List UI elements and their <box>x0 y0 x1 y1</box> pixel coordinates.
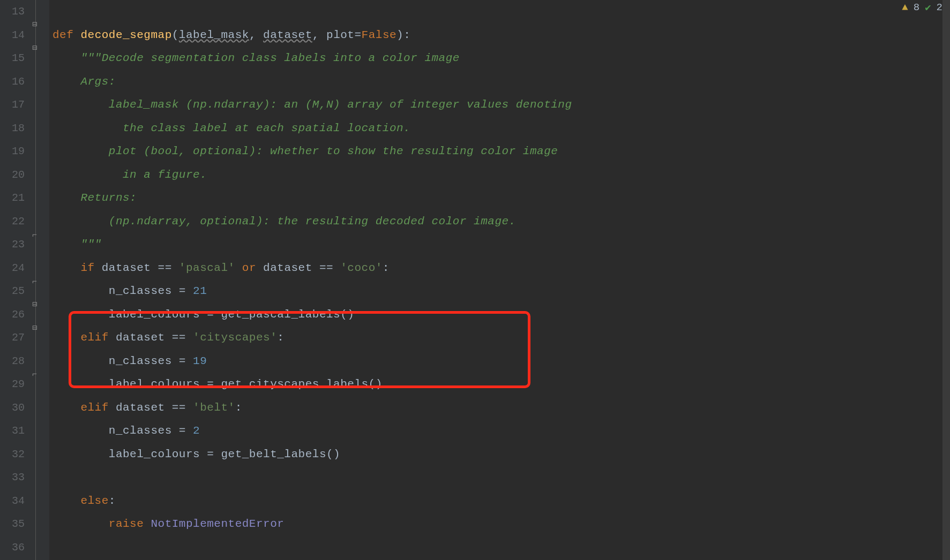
line-number[interactable]: 24 <box>0 256 30 280</box>
line-number[interactable]: 20 <box>0 163 30 187</box>
line-number[interactable]: 15 <box>0 47 30 70</box>
fold-end-icon[interactable]: ⌐ <box>32 372 39 378</box>
code-line[interactable] <box>53 466 950 489</box>
code-line[interactable]: label_colours = get_cityscapes_labels() <box>53 373 950 396</box>
line-number[interactable]: 19 <box>0 140 30 163</box>
line-number[interactable]: 36 <box>0 536 30 559</box>
warning-icon: ▲ <box>902 2 908 13</box>
false-literal: False <box>362 29 397 41</box>
line-number[interactable]: 23 <box>0 233 30 256</box>
param-dataset: dataset <box>263 29 312 41</box>
inspection-summary[interactable]: ▲ 8 ✔ 2 <box>902 1 942 14</box>
param-plot: plot <box>326 29 354 41</box>
line-number[interactable]: 14 <box>0 24 30 47</box>
code-line[interactable]: raise NotImplementedError <box>53 512 950 536</box>
keyword-def: def <box>53 29 80 41</box>
line-number[interactable]: 30 <box>0 396 30 420</box>
fold-marker-icon[interactable]: ⊟ <box>32 302 39 308</box>
line-number[interactable]: 31 <box>0 419 30 443</box>
code-line[interactable]: the class label at each spatial location… <box>53 117 950 140</box>
function-name: decode_segmap <box>80 29 171 41</box>
line-number[interactable]: 33 <box>0 466 30 489</box>
fold-end-icon[interactable]: ⌐ <box>32 232 39 239</box>
scrollbar[interactable] <box>942 0 950 560</box>
line-number[interactable]: 18 <box>0 117 30 140</box>
fold-marker-icon[interactable]: ⊟ <box>32 22 39 28</box>
code-line[interactable]: label_colours = get_belt_labels() <box>53 443 950 466</box>
code-line[interactable]: """Decode segmentation class labels into… <box>53 47 950 70</box>
line-number[interactable]: 26 <box>0 303 30 327</box>
line-number[interactable]: 25 <box>0 279 30 303</box>
code-line[interactable]: if dataset == 'pascal' or dataset == 'co… <box>53 256 950 280</box>
fold-column[interactable]: ⊟ ⊟ ⌐ ⌐ ⊟ ⊟ ⌐ <box>30 0 49 560</box>
line-number[interactable]: 35 <box>0 512 30 536</box>
code-line[interactable]: elif dataset == 'belt': <box>53 396 950 420</box>
line-number[interactable]: 34 <box>0 489 30 513</box>
param-label-mask: label_mask <box>179 29 249 41</box>
paren: ( <box>172 29 179 41</box>
check-icon: ✔ <box>925 1 931 14</box>
fold-end-icon[interactable]: ⌐ <box>32 279 39 285</box>
line-number[interactable]: 16 <box>0 70 30 94</box>
code-line[interactable]: else: <box>53 489 950 513</box>
line-number-gutter[interactable]: 1314151617181920212223242526272829303132… <box>0 0 30 560</box>
code-editor: 1314151617181920212223242526272829303132… <box>0 0 950 560</box>
pass-count: 2 <box>937 2 942 13</box>
code-area[interactable]: ▲ 8 ✔ 2 def decode_segmap(label_mask, da… <box>49 0 950 560</box>
line-number[interactable]: 21 <box>0 186 30 210</box>
code-line[interactable] <box>53 536 950 559</box>
code-line[interactable] <box>53 0 950 24</box>
code-line[interactable]: n_classes = 2 <box>53 419 950 443</box>
fold-marker-icon[interactable]: ⊟ <box>32 326 39 332</box>
exception-name: NotImplementedError <box>151 518 284 530</box>
line-number[interactable]: 17 <box>0 93 30 117</box>
code-line[interactable]: n_classes = 19 <box>53 350 950 373</box>
code-line[interactable]: (np.ndarray, optional): the resulting de… <box>53 210 950 233</box>
line-number[interactable]: 32 <box>0 443 30 466</box>
warning-count: 8 <box>914 2 919 13</box>
code-line[interactable]: label_mask (np.ndarray): an (M,N) array … <box>53 93 950 117</box>
code-line[interactable]: Args: <box>53 70 950 94</box>
code-line[interactable]: n_classes = 21 <box>53 279 950 303</box>
code-line[interactable]: plot (bool, optional): whether to show t… <box>53 140 950 163</box>
line-number[interactable]: 29 <box>0 373 30 396</box>
code-line[interactable]: """ <box>53 233 950 256</box>
line-number[interactable]: 27 <box>0 326 30 350</box>
code-line[interactable]: def decode_segmap(label_mask, dataset, p… <box>53 24 950 47</box>
line-number[interactable]: 28 <box>0 350 30 373</box>
code-line[interactable]: Returns: <box>53 186 950 210</box>
code-line[interactable]: label_colours = get_pascal_labels() <box>53 303 950 327</box>
code-line[interactable]: elif dataset == 'cityscapes': <box>53 326 950 350</box>
code-line[interactable]: in a figure. <box>53 163 950 187</box>
fold-marker-icon[interactable]: ⊟ <box>32 46 39 52</box>
line-number[interactable]: 13 <box>0 0 30 24</box>
line-number[interactable]: 22 <box>0 210 30 233</box>
